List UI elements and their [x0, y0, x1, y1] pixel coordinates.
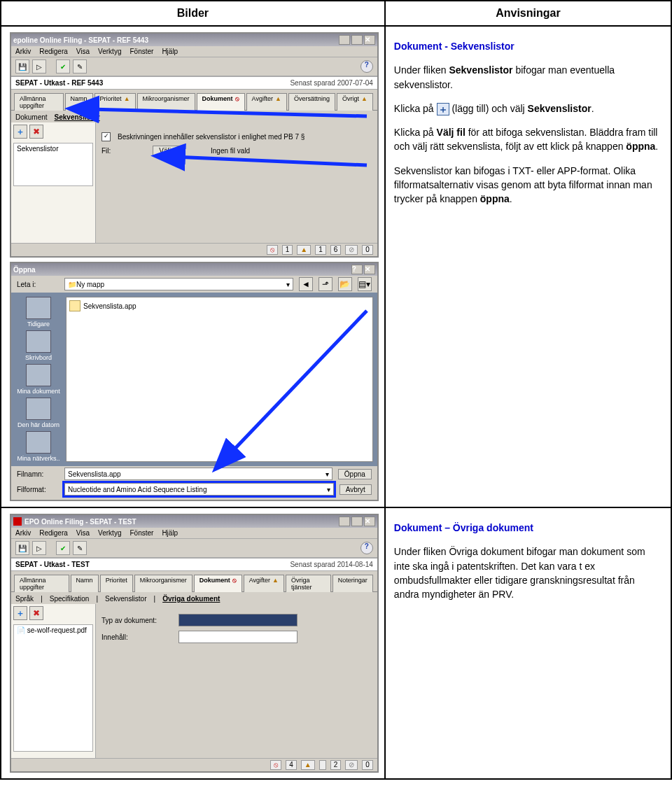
subtab[interactable]: Språk [15, 595, 34, 603]
statusbar: ⦸1 ▲1 6 ⊘0 [11, 243, 377, 256]
sign-icon[interactable]: ✎ [73, 59, 87, 73]
back-icon[interactable]: ◄ [299, 277, 313, 291]
place-item[interactable]: Mina dokument [14, 364, 63, 395]
maximize-icon[interactable] [351, 35, 363, 45]
draft-stripe: SEPAT - Utkast - REF 5443 Senast sparad … [11, 76, 377, 90]
print-icon[interactable]: ▷ [32, 59, 46, 73]
tab[interactable]: Övrigt▲ [337, 93, 373, 111]
up-icon[interactable]: ⬏ [318, 277, 332, 291]
app-logo-icon [13, 517, 22, 526]
menu-item[interactable]: Visa [76, 529, 90, 537]
close-icon[interactable]: ✕ [364, 35, 375, 45]
status-val: 6 [330, 245, 342, 255]
filformat-combo[interactable]: Nucleotide and Amino Acid Sequence Listi… [64, 483, 334, 496]
dlg-help-icon[interactable]: ? [351, 265, 363, 274]
tab-active[interactable]: Dokument⦸ [194, 575, 242, 592]
open-button[interactable]: Öppna [338, 469, 372, 479]
file-area[interactable]: Sekvenslista.app [66, 297, 373, 462]
help-icon[interactable]: ? [360, 542, 373, 554]
menu-bar: Arkiv Redigera Visa Verktyg Fönster Hjäl… [11, 46, 377, 57]
instructions-1: Dokument - Sekvenslistor Under fliken Se… [394, 39, 662, 206]
leta-label: Leta i: [17, 281, 59, 288]
menu-item[interactable]: Redigera [39, 48, 68, 55]
place-item[interactable]: Skrivbord [14, 330, 63, 361]
menu-item[interactable]: Hjälp [162, 48, 178, 55]
innehall-input[interactable] [178, 631, 298, 643]
tab[interactable]: Allmänna uppgifter [14, 93, 64, 111]
valj-fil-button[interactable]: Välj fil [153, 146, 184, 156]
file-row[interactable]: Sekvenslista.app [69, 300, 370, 311]
status-val: 2 [330, 760, 342, 770]
menu-item[interactable]: Fönster [130, 48, 153, 55]
app-sekvenslistor: epoline Online Filing - SEPAT - REF 5443… [10, 32, 379, 258]
tab[interactable]: Övriga tjänster [286, 575, 331, 592]
newfolder-icon[interactable]: 📂 [338, 277, 352, 291]
subtab-active[interactable]: Sekvenslistor [55, 113, 100, 121]
header-left: Bilder [1, 1, 385, 26]
open-dialog: Öppna ? ✕ Leta i: 📁 Ny mapp ▾ ◄ ⬏ 📂 ▤▾ T… [10, 262, 379, 501]
check-icon[interactable]: ✔ [56, 59, 70, 73]
tab[interactable]: Avgifter▲ [244, 575, 284, 592]
instructions-2: Dokument – Övriga dokument Under fliken … [394, 521, 662, 601]
subtab-active[interactable]: Övriga dokument [162, 595, 220, 603]
maximize-icon[interactable] [351, 517, 363, 526]
tab[interactable]: Prioritet [100, 575, 133, 592]
menu-item[interactable]: Arkiv [15, 529, 31, 537]
cancel-button[interactable]: Avbryt [340, 484, 372, 495]
close-icon[interactable]: ✕ [364, 265, 375, 274]
menu-item[interactable]: Hjälp [162, 529, 178, 537]
saved-date: Senast sparad 2014-08-14 [290, 561, 372, 568]
instr-heading: Dokument – Övriga dokument [394, 522, 533, 533]
close-icon[interactable]: ✕ [364, 517, 375, 526]
help-icon[interactable]: ? [360, 60, 373, 73]
sign-icon[interactable]: ✎ [73, 541, 87, 555]
checkbox[interactable]: ✓ [102, 132, 111, 141]
tab[interactable]: Avgifter▲ [246, 93, 287, 111]
save-icon[interactable]: 💾 [15, 59, 29, 73]
tab[interactable]: Namn [65, 93, 93, 111]
tab[interactable]: Mikroorganismer [137, 93, 195, 111]
folder-combo[interactable]: 📁 Ny mapp ▾ [64, 278, 293, 290]
view-icon[interactable]: ▤▾ [358, 277, 372, 291]
subtab[interactable]: Sekvenslistor [105, 595, 146, 603]
app-title: epoline Online Filing - SEPAT - REF 5443 [13, 36, 148, 44]
save-icon[interactable]: 💾 [15, 541, 29, 555]
app-title: EPO Online Filing - SEPAT - TEST [24, 518, 136, 526]
file-icon [69, 300, 80, 311]
delete-icon[interactable]: ✖ [29, 125, 43, 139]
minimize-icon[interactable] [339, 35, 350, 45]
menu-item[interactable]: Verktyg [98, 529, 121, 537]
tab[interactable]: Mikroorganismer [134, 575, 192, 592]
menu-item[interactable]: Arkiv [15, 48, 31, 55]
filnamn-input[interactable]: Sekvenslista.app▾ [64, 468, 332, 480]
tab[interactable]: Allmänna uppgifter [14, 575, 69, 592]
checkbox-label: Beskrivningen innehåller sekvenslistor i… [118, 133, 304, 141]
menu-item[interactable]: Redigera [39, 529, 68, 537]
print-icon[interactable]: ▷ [32, 541, 46, 555]
menu-item[interactable]: Fönster [130, 529, 153, 537]
subtab[interactable]: Specifikation [50, 595, 90, 603]
tab[interactable]: Namn [71, 575, 99, 592]
delete-icon[interactable]: ✖ [29, 606, 43, 620]
tab[interactable]: Prioritet▲ [94, 93, 136, 111]
typ-label: Typ av dokument: [102, 617, 172, 624]
place-item[interactable]: Den här datorn [14, 398, 63, 428]
place-item[interactable]: Mina nätverks.. [14, 431, 63, 462]
check-icon[interactable]: ✔ [56, 541, 70, 555]
minimize-icon[interactable] [339, 517, 350, 526]
menu-item[interactable]: Verktyg [98, 48, 121, 55]
list-item[interactable]: Sekvenslistor [14, 143, 92, 154]
filformat-label: Filformat: [17, 486, 59, 493]
menu-item[interactable]: Visa [76, 48, 90, 55]
place-item[interactable]: Tidigare [14, 297, 63, 328]
tab-active[interactable]: Dokument⦸ [197, 93, 245, 111]
tab[interactable]: Noteringar [332, 575, 373, 592]
add-icon[interactable]: ＋ [13, 606, 27, 620]
tab[interactable]: Översättning [288, 93, 335, 111]
subtab[interactable]: Dokument [15, 113, 48, 121]
typ-input[interactable] [178, 614, 298, 626]
add-icon[interactable]: ＋ [13, 125, 27, 139]
list-item[interactable]: 📄 se-wolf-request.pdf [14, 625, 92, 636]
fil-label: Fil: [102, 147, 111, 155]
status-val: 0 [362, 245, 373, 255]
